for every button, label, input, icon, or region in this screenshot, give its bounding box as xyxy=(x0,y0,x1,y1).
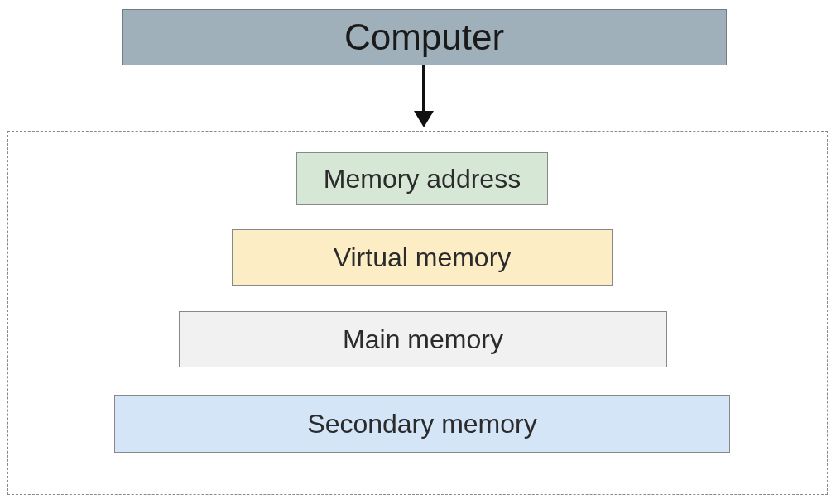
root-node-label: Computer xyxy=(344,17,504,58)
root-node-computer: Computer xyxy=(122,9,727,65)
memory-group-container: Memory address Virtual memory Main memor… xyxy=(7,131,828,495)
arrow-shaft xyxy=(422,65,425,117)
tier-main-memory: Main memory xyxy=(179,311,667,367)
arrow-down-icon xyxy=(414,65,434,130)
tier-virtual-memory: Virtual memory xyxy=(232,229,613,286)
tier-label: Memory address xyxy=(324,164,521,194)
tier-memory-address: Memory address xyxy=(296,152,548,205)
tier-label: Secondary memory xyxy=(307,409,536,439)
tier-label: Main memory xyxy=(343,324,503,355)
arrow-head xyxy=(414,111,434,127)
tier-secondary-memory: Secondary memory xyxy=(114,395,730,453)
tier-label: Virtual memory xyxy=(334,242,512,273)
